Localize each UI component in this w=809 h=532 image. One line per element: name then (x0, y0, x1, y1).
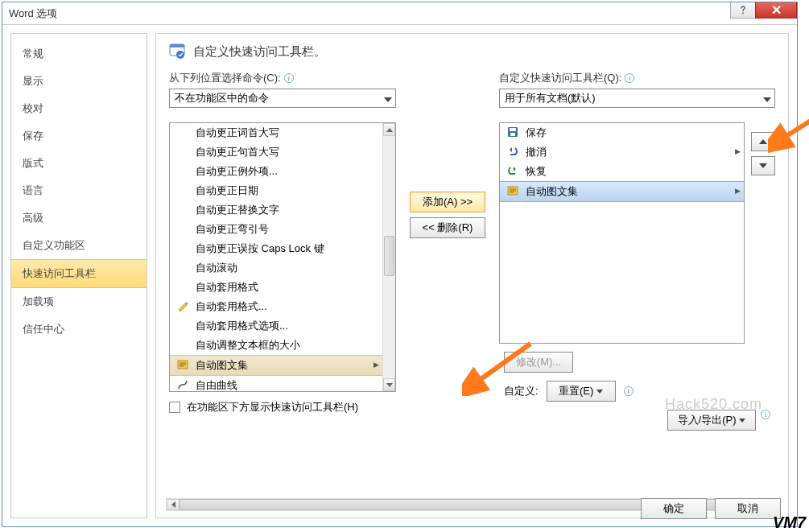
sidebar-item-language[interactable]: 语言 (11, 177, 147, 204)
sidebar-item-trust-center[interactable]: 信任中心 (11, 315, 147, 343)
scroll-down-button[interactable] (383, 378, 395, 391)
list-item[interactable]: 自动套用格式 (170, 278, 382, 297)
qat-label: 自定义快速访问工具栏(Q): i (499, 71, 775, 85)
list-item-label: 自动滚动 (196, 262, 237, 274)
list-item[interactable]: 撤消▶ (500, 142, 744, 162)
sidebar-item-general[interactable]: 常规 (11, 40, 147, 68)
commands-listbox[interactable]: 自动更正词首大写自动更正句首大写自动更正例外项...自动更正日期自动更正替换文字… (169, 122, 396, 392)
list-item-label: 自动图文集 (196, 359, 248, 371)
list-item[interactable]: 自动更正弯引号 (170, 220, 382, 239)
info-icon[interactable]: i (625, 73, 634, 83)
ok-button[interactable]: 确定 (641, 498, 707, 519)
scroll-up-button[interactable] (383, 123, 395, 136)
info-icon[interactable]: i (624, 386, 634, 396)
main-panel: 自定义快速访问工具栏。 从下列位置选择命令(C): i 不在功能区中的命令 自动… (155, 33, 789, 518)
format-icon (176, 299, 189, 312)
add-button[interactable]: 添加(A) >> (410, 192, 485, 212)
submenu-arrow-icon: ▶ (374, 361, 379, 369)
show-below-ribbon-row: 在功能区下方显示快速访问工具栏(H) (169, 400, 396, 414)
reset-button[interactable]: 重置(E) (547, 381, 616, 402)
chevron-down-icon (384, 93, 392, 105)
dialog-window: Word 选项 ✕ 常规 显示 校对 保存 版式 语言 高级 自定义功能区 快速… (2, 2, 798, 527)
info-icon[interactable]: i (284, 73, 294, 83)
reorder-buttons (751, 132, 775, 175)
save-icon (506, 126, 519, 138)
list-item-label: 恢复 (526, 165, 547, 177)
sidebar: 常规 显示 校对 保存 版式 语言 高级 自定义功能区 快速访问工具栏 加载项 … (10, 33, 147, 518)
right-column: 自定义快速访问工具栏(Q): i 用于所有文档(默认) 保存撤消▶恢复自动图文集… (499, 71, 775, 431)
heading: 自定义快速访问工具栏。 (169, 43, 775, 60)
scrollbar[interactable] (382, 123, 395, 391)
show-below-ribbon-checkbox[interactable] (169, 402, 180, 413)
sidebar-item-qat[interactable]: 快速访问工具栏 (11, 259, 147, 288)
commands-from-combo[interactable]: 不在功能区中的命令 (169, 89, 396, 108)
commands-from-label: 从下列位置选择命令(C): i (169, 71, 396, 85)
move-down-button[interactable] (751, 156, 775, 175)
list-item[interactable]: 保存 (500, 123, 744, 142)
sidebar-item-addins[interactable]: 加载项 (11, 288, 147, 315)
qat-scope-combo[interactable]: 用于所有文档(默认) (499, 89, 775, 108)
move-up-button[interactable] (751, 132, 775, 151)
dialog-body: 常规 显示 校对 保存 版式 语言 高级 自定义功能区 快速访问工具栏 加载项 … (2, 25, 797, 526)
svg-line-9 (780, 94, 809, 140)
window-title: Word 选项 (9, 6, 57, 21)
list-item[interactable]: 恢复 (500, 162, 744, 181)
list-item-label: 保存 (526, 126, 547, 138)
below-right: 修改(M)... 自定义: 重置(E) i 导入/导 (499, 352, 775, 431)
scroll-thumb[interactable] (384, 236, 394, 276)
titlebar: Word 选项 ✕ (2, 2, 797, 25)
import-export-button[interactable]: 导入/导出(P) (667, 410, 756, 431)
titlebar-buttons: ✕ (731, 2, 797, 19)
cancel-button[interactable]: 取消 (715, 498, 781, 519)
list-item[interactable]: 自动图文集▶ (500, 181, 744, 202)
svg-rect-6 (510, 133, 515, 136)
columns: 从下列位置选择命令(C): i 不在功能区中的命令 自动更正词首大写自动更正句首… (169, 71, 775, 431)
show-below-ribbon-label: 在功能区下方显示快速访问工具栏(H) (187, 400, 358, 414)
list-item[interactable]: 自动更正句首大写 (170, 142, 382, 162)
svg-rect-5 (510, 128, 516, 131)
list-item-label: 自动套用格式... (196, 300, 267, 312)
svg-rect-1 (170, 44, 184, 47)
customize-label: 自定义: (504, 384, 539, 398)
sidebar-item-layout[interactable]: 版式 (11, 150, 147, 177)
list-item[interactable]: 自动更正例外项... (170, 162, 382, 181)
list-item[interactable]: 自动滚动 (170, 258, 382, 278)
sidebar-item-display[interactable]: 显示 (11, 68, 147, 95)
list-item[interactable]: 自动套用格式... (170, 297, 382, 316)
list-item[interactable]: 自动套用格式选项... (170, 316, 382, 336)
autotext-icon (176, 358, 189, 371)
list-item[interactable]: 自动更正词首大写 (170, 123, 382, 142)
list-item[interactable]: 自由曲线 (170, 376, 382, 391)
chevron-down-icon (763, 93, 771, 105)
list-item-label: 自动更正误按 Caps Lock 键 (196, 242, 324, 254)
list-item-label: 自动套用格式选项... (196, 320, 288, 332)
list-item-label: 自由曲线 (196, 379, 237, 391)
list-item[interactable]: 自动更正替换文字 (170, 200, 382, 220)
list-item-label: 自动套用格式 (196, 281, 258, 293)
close-button[interactable]: ✕ (755, 2, 797, 19)
sidebar-item-proofing[interactable]: 校对 (11, 95, 147, 122)
list-item-label: 自动更正例外项... (196, 165, 278, 177)
combo-value: 用于所有文档(默认) (505, 91, 596, 105)
qat-listbox[interactable]: 保存撤消▶恢复自动图文集▶ (499, 122, 745, 344)
modify-button[interactable]: 修改(M)... (504, 352, 573, 373)
submenu-arrow-icon: ▶ (735, 147, 741, 155)
sidebar-item-advanced[interactable]: 高级 (11, 204, 147, 232)
list-item-label: 自动图文集 (526, 185, 578, 197)
list-item[interactable]: 自动更正误按 Caps Lock 键 (170, 239, 382, 258)
remove-button[interactable]: << 删除(R) (410, 217, 485, 238)
undo-icon (506, 145, 519, 158)
list-item[interactable]: 自动更正日期 (170, 181, 382, 200)
autotext-icon (506, 184, 519, 197)
list-item[interactable]: 自动图文集▶ (170, 355, 382, 376)
middle-column: 添加(A) >> << 删除(R) (406, 71, 489, 238)
list-item-label: 自动更正句首大写 (196, 146, 279, 158)
sidebar-item-customize-ribbon[interactable]: 自定义功能区 (11, 232, 147, 259)
help-button[interactable] (730, 2, 756, 19)
heading-text: 自定义快速访问工具栏。 (193, 44, 326, 60)
redo-icon (506, 164, 519, 177)
list-item[interactable]: 自动调整文本框的大小 (170, 336, 382, 355)
sidebar-item-save[interactable]: 保存 (11, 122, 147, 150)
submenu-arrow-icon: ▶ (735, 187, 741, 195)
info-icon[interactable]: i (761, 410, 770, 419)
